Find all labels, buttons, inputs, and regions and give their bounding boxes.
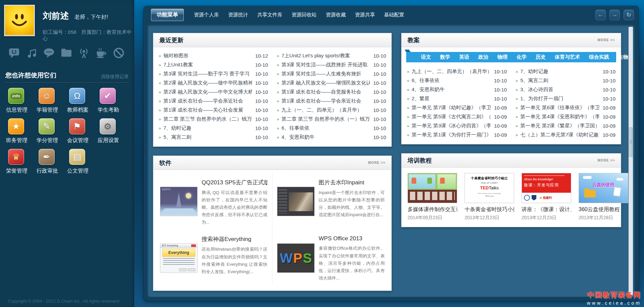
software-item: 关于 Everything Everything 搜索神器Everything … xyxy=(155,229,272,285)
dialog-buttons-decoration xyxy=(179,268,195,271)
subject-tab[interactable]: 体育与艺术 xyxy=(555,54,580,60)
list-item[interactable]: 第二章 第三节 自然界中的水（一）钱万峰 10-10 xyxy=(277,115,386,124)
subject-tab[interactable]: 综合实践 xyxy=(589,54,609,60)
app-item[interactable]: ✒ 行政审批 xyxy=(37,149,67,175)
app-item[interactable]: ✎ 学分管理 xyxy=(37,118,67,144)
nav-tab[interactable]: 资源个人库 xyxy=(194,12,219,18)
list-item[interactable]: 7上Unit2 Let's play sports!教案 10-10 xyxy=(277,51,386,60)
block-icon[interactable] xyxy=(113,47,125,59)
function-menu-button[interactable]: 功能菜单 xyxy=(151,9,184,21)
broadcast-icon[interactable] xyxy=(78,47,90,59)
list-item[interactable]: 4、安恩和奶牛 10-10 xyxy=(277,133,386,142)
list-item[interactable]: 1、为你打开一扇门 10-10 xyxy=(516,94,615,103)
software-title[interactable]: QQ2013 SP5去广告正式版 xyxy=(202,179,267,186)
subject-tab[interactable]: 语文 xyxy=(421,54,431,60)
coffee-cup-icon[interactable] xyxy=(95,47,107,59)
software-description: 还在用Wndows自带的搜索吗？还在为日益增加的文件而烦恼吗？文件搜索神器 Ev… xyxy=(202,246,267,275)
subject-tab[interactable]: 物理 xyxy=(497,54,507,60)
list-item[interactable]: 6、往事依依 10-10 xyxy=(277,124,386,133)
software-thumbnail[interactable]: 关于 Everything Everything xyxy=(160,243,198,273)
scrollbar-thumb[interactable] xyxy=(629,127,633,157)
list-item[interactable]: 第1课 成长在社会——学会亲近社会 10-10 xyxy=(277,97,386,106)
list-item[interactable]: 第一单元 第3课《冰心诗四首》（李卫国） 10-09 xyxy=(407,121,507,130)
refresh-button[interactable]: ↻ xyxy=(624,10,634,20)
training-item[interactable]: 云盘的使用 360云盘使用教程 2013年11月28日 xyxy=(579,173,628,221)
training-item[interactable]: 多媒体课件制作交互设 2014年09月23日 xyxy=(408,173,457,221)
software-title[interactable]: 搜索神器Everything xyxy=(202,235,267,243)
list-item[interactable]: 6、往事依依 10-10 xyxy=(407,76,507,85)
list-item[interactable]: 2、繁星 10-10 xyxy=(407,94,507,103)
content-scrollbar[interactable] xyxy=(629,27,633,295)
subject-tab[interactable]: 数学 xyxy=(440,54,450,60)
list-item[interactable]: 7、幼时记趣 10-10 xyxy=(159,124,268,133)
list-item[interactable]: 第一单元 第4课《安恩和奶牛》（李卫国） 10-09 xyxy=(516,112,615,121)
ted-logo: TED xyxy=(480,185,489,190)
subject-tab[interactable]: 历史 xyxy=(536,54,546,60)
app-item[interactable]: ⚙ 应用设置 xyxy=(98,118,128,144)
software-thumbnail[interactable]: QQ2013 xyxy=(160,187,198,216)
forward-button[interactable]: → xyxy=(609,10,620,20)
list-item[interactable]: 4、安恩和奶牛 10-10 xyxy=(407,85,507,94)
user-name: 刘前述 xyxy=(43,10,69,22)
nav-tab[interactable]: 共享文件库 xyxy=(257,12,282,18)
nav-tab[interactable]: 资源回收站 xyxy=(291,12,317,18)
list-item[interactable]: 轴对称图形 10-12 xyxy=(159,51,268,60)
nav-tab[interactable]: 资源收藏 xyxy=(326,12,346,18)
list-item[interactable]: 第1课 成长在社会——学会亲近社会 10-10 xyxy=(159,97,268,106)
list-item[interactable]: 第2课 融入民族文化——做中华民族精神的... 10-10 xyxy=(159,78,268,87)
list-item[interactable]: 九上（一、二、四单元）（袁月华） 10-10 xyxy=(277,106,386,115)
app-item[interactable]: Ω 教师档案 xyxy=(67,88,98,114)
more-link[interactable]: MORE >> xyxy=(598,38,615,42)
list-item[interactable]: 第1课 成长在社会——自觉服务社会 10-10 xyxy=(277,87,386,97)
nav-tab[interactable]: 资源统计 xyxy=(228,12,248,18)
app-item[interactable]: ✔ 学生考勤 xyxy=(98,88,128,114)
app-item[interactable]: ▤ 公文管理 xyxy=(67,149,98,175)
watermark-url: www.ceiea.com xyxy=(587,300,641,306)
list-item[interactable]: 第一单元 第1课《为你打开一扇门》（李卫... 10-09 xyxy=(407,130,507,139)
software-thumbnail[interactable] xyxy=(277,187,315,216)
list-item[interactable]: 第一单元 第6课《往事依依》（李卫国） 10-09 xyxy=(516,103,615,112)
list-item[interactable]: 3、冰心诗四首 10-10 xyxy=(516,85,615,94)
list-item[interactable]: 7、幼时记趣 10-10 xyxy=(516,67,615,76)
nav-tab[interactable]: 资源共享 xyxy=(355,12,375,18)
app-item[interactable]: ♛ 荣誉管理 xyxy=(6,149,37,175)
list-item[interactable]: 第一单元 第5课《古代寓言二则》（李卫国） 10-09 xyxy=(407,112,507,121)
more-link[interactable]: MORE >> xyxy=(598,159,615,162)
app-item[interactable]: info 信息管理 xyxy=(6,88,37,114)
message-smiley-icon[interactable] xyxy=(8,47,20,59)
software-title[interactable]: WPS Office 2013 xyxy=(319,235,385,242)
list-item[interactable]: 九上（一、二、四单元）（袁月华） 10-10 xyxy=(407,67,507,76)
more-link[interactable]: MORE >> xyxy=(368,161,385,165)
software-thumbnail[interactable]: W P S xyxy=(277,243,315,273)
list-item[interactable]: 第2课 融入民族文化——中华文化博大精深 10-10 xyxy=(159,87,268,97)
training-item[interactable]: 十条黄金省时技巧小贴士 One of 1,000+ TEDTalks New i… xyxy=(465,173,514,221)
list-item[interactable]: 第3课 笑对生活——勤于学习 善于学习 10-10 xyxy=(159,69,268,78)
clear-history-link[interactable]: 清除使用记录 xyxy=(101,74,129,80)
list-item[interactable]: 7上Unit1教案 10-10 xyxy=(159,60,268,69)
list-item[interactable]: 第一单元 第2课《繁星》（李卫国） 10-09 xyxy=(516,121,615,130)
software-title[interactable]: 图片去水印Inpaint xyxy=(319,179,385,186)
training-thumbnail: 云盘的使用 xyxy=(579,173,628,203)
list-item[interactable]: 5、寓言二则 10-10 xyxy=(159,133,268,142)
comment-dots-icon[interactable] xyxy=(43,47,55,59)
list-item[interactable]: 七（上）第二单元第7课《幼时记趣》（李... 10-09 xyxy=(516,130,615,139)
music-note-icon[interactable] xyxy=(25,47,38,59)
training-item[interactable]: Share the knowledge! 微课：开发与应用 焦建利 xyxy=(522,173,571,221)
list-item[interactable]: 第一单元 第7课《幼时记趣》（李卫国） 10-09 xyxy=(407,103,507,112)
list-item[interactable]: 第1课 成长在社会——关心社会发展 10-10 xyxy=(159,106,268,115)
list-item[interactable]: 第3课 笑对生活——战胜挫折 开拓进取 10-10 xyxy=(277,60,386,69)
list-item[interactable]: 第2课 融入民族文化——增强民族文化认同感 10-10 xyxy=(277,78,386,87)
back-button[interactable]: ← xyxy=(595,10,606,20)
list-item[interactable]: 5、寓言二则 10-10 xyxy=(516,76,615,85)
subject-tab[interactable]: 化学 xyxy=(517,54,527,60)
folder-icon[interactable] xyxy=(60,47,72,59)
list-item[interactable]: 第3课 笑对生活——人生难免有挫折 10-10 xyxy=(277,69,386,78)
nav-tab[interactable]: 基础配置 xyxy=(384,12,404,18)
subject-tab[interactable]: 政治 xyxy=(478,54,488,60)
subject-tab[interactable]: 英语 xyxy=(459,54,469,60)
list-item[interactable]: 第二章 第三节 自然界中的水（二）钱万峰 10-10 xyxy=(159,115,268,124)
app-item[interactable]: ⚑ 会议管理 xyxy=(67,118,98,144)
app-item[interactable]: ☺ 学籍管理 xyxy=(37,88,67,114)
subject-tab[interactable]: 生物 xyxy=(618,54,628,60)
app-item[interactable]: ★ 班务管理 xyxy=(6,118,37,144)
